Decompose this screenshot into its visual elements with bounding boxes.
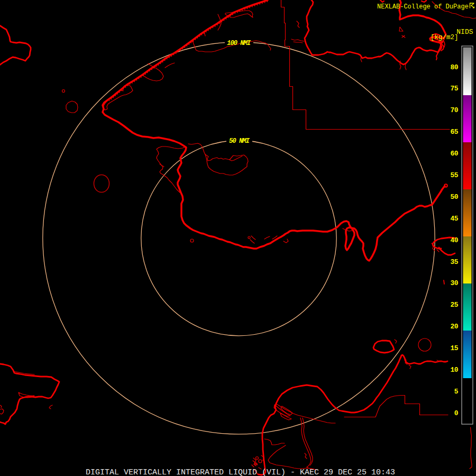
svg-text:DIGITAL VERTICALLY INTEGRATED: DIGITAL VERTICALLY INTEGRATED LIQUID (VI…	[86, 468, 395, 476]
svg-text:35: 35	[450, 258, 458, 266]
svg-text:55: 55	[450, 171, 458, 179]
svg-text:20: 20	[450, 323, 458, 331]
svg-text:[kg/m2]: [kg/m2]	[431, 34, 459, 41]
svg-text:5: 5	[454, 388, 459, 396]
svg-text:75: 75	[450, 85, 458, 93]
svg-text:25: 25	[450, 301, 458, 309]
svg-text:45: 45	[450, 215, 458, 223]
svg-text:30: 30	[450, 279, 458, 287]
svg-text:0: 0	[454, 409, 459, 417]
svg-text:15: 15	[450, 344, 458, 352]
svg-text:50: 50	[450, 193, 458, 201]
svg-text:NEXLAB-College of DuPage: NEXLAB-College of DuPage	[377, 3, 469, 11]
svg-text:50 NMI: 50 NMI	[229, 138, 250, 145]
svg-text:60: 60	[450, 150, 458, 158]
svg-text:80: 80	[450, 63, 458, 71]
svg-text:NIDS: NIDS	[456, 28, 473, 36]
svg-text:70: 70	[450, 106, 458, 114]
svg-text:10: 10	[450, 366, 458, 374]
svg-text:40: 40	[450, 236, 458, 244]
svg-text:65: 65	[450, 128, 458, 136]
svg-text:100 NMI: 100 NMI	[227, 40, 251, 47]
